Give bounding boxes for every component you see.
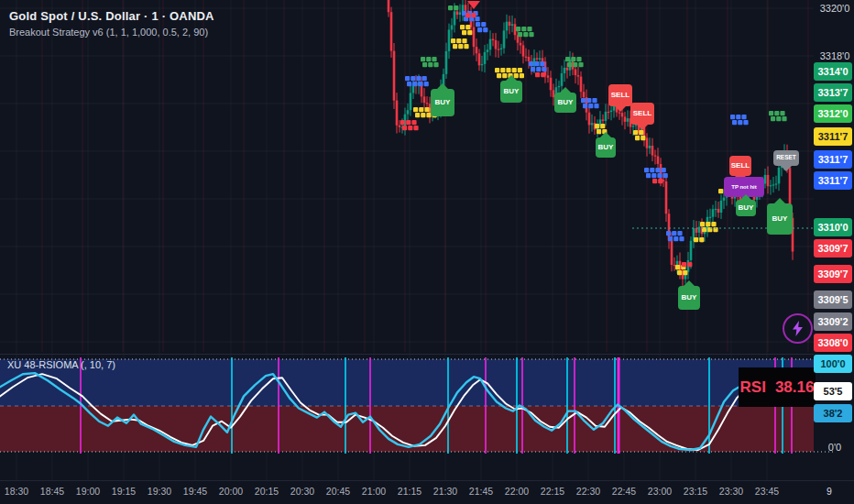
rsi-value-label: RSI [740, 378, 766, 397]
signal-marker-square [428, 62, 432, 67]
signal-marker-square [706, 222, 710, 226]
label-notch [600, 132, 611, 137]
lightning-button[interactable] [783, 313, 813, 344]
signal-marker-square [477, 27, 482, 32]
signal-marker-square [668, 236, 673, 241]
signal-marker-square [541, 72, 545, 77]
signal-marker-square [465, 25, 470, 29]
signal-marker-square [586, 98, 591, 103]
signal-marker-square [588, 104, 593, 108]
signal-marker-square [411, 76, 415, 81]
signal-marker-square [769, 111, 773, 115]
signal-marker-square [406, 120, 411, 125]
signal-marker-square [471, 13, 476, 17]
signal-marker-square [540, 61, 544, 66]
signal-marker-square [640, 136, 645, 140]
signal-marker-square [451, 38, 455, 43]
signal-marker-square [516, 27, 520, 31]
signal-marker-square [529, 61, 533, 66]
buy-signal-label: BUY [500, 81, 522, 103]
signal-marker-square [418, 82, 422, 86]
signal-marker-square [666, 231, 671, 236]
signal-marker-square [419, 107, 423, 112]
chart-canvas[interactable] [0, 0, 854, 504]
signal-marker-square [531, 67, 535, 71]
signal-marker-square [694, 237, 698, 242]
panel-divider[interactable] [0, 354, 814, 355]
marker-strips [400, 5, 787, 275]
price-axis[interactable] [814, 0, 854, 480]
sell-signal-label: SELL [608, 84, 632, 106]
signal-marker-square [583, 104, 587, 108]
signal-marker-square [743, 120, 748, 125]
signal-marker-square [483, 27, 487, 32]
signal-marker-square [672, 231, 676, 236]
signal-marker-square [658, 179, 662, 183]
signal-marker-square [650, 168, 654, 172]
signal-marker-square [652, 179, 657, 183]
time-axis[interactable] [0, 480, 854, 504]
signal-marker-square [462, 38, 466, 43]
signal-marker-square [402, 126, 407, 130]
signal-marker-square [448, 5, 453, 10]
label-notch [740, 194, 751, 200]
signal-marker-square [646, 173, 651, 178]
signal-marker-square [736, 115, 740, 119]
signal-marker-square [776, 116, 781, 121]
signal-marker-square [424, 82, 429, 86]
signal-marker-square [683, 270, 687, 275]
signal-marker-square [718, 189, 723, 193]
signal-marker-square [518, 68, 522, 72]
signal-marker-square [424, 107, 429, 112]
signal-marker-square [534, 61, 539, 66]
signal-marker-square [682, 262, 686, 267]
legend-block: Gold Spot / U.S. Dollar · 1 · OANDA Brea… [9, 9, 214, 38]
rsi-indicator-title[interactable]: XU 48-RSIOMA (, 10, 7) [7, 359, 115, 370]
signal-marker-square [673, 236, 678, 241]
signal-marker-square [662, 168, 666, 172]
signal-marker-square [458, 44, 463, 49]
signal-marker-square [536, 67, 541, 71]
signal-marker-square [408, 126, 412, 130]
signal-marker-square [711, 222, 716, 226]
signal-marker-square [464, 44, 468, 49]
signal-marker-square [421, 57, 425, 61]
signal-marker-square [774, 111, 779, 115]
signal-marker-square [594, 104, 598, 108]
signal-marker-square [495, 68, 499, 72]
signal-marker-square [422, 62, 427, 67]
signal-marker-square [465, 13, 470, 17]
symbol-title[interactable]: Gold Spot / U.S. Dollar · 1 · OANDA [9, 9, 214, 23]
rsi-panel [0, 357, 834, 454]
signal-marker-square [567, 62, 572, 67]
signal-marker-square [412, 82, 417, 86]
chart-window: Gold Spot / U.S. Dollar · 1 · OANDA Brea… [0, 0, 854, 504]
buy-signal-label: BUY [554, 93, 576, 113]
strategy-title[interactable]: Breakout Strategy v6 (1, 1, 1,000, 0.5, … [9, 27, 214, 38]
signal-marker-square [600, 124, 605, 128]
buy-signal-label: BUY [678, 286, 700, 310]
signal-marker-square [576, 57, 581, 61]
signal-marker-square [527, 27, 531, 31]
signal-marker-square [657, 173, 662, 178]
sell-signal-label: SELL [729, 156, 751, 176]
signal-marker-square [453, 44, 457, 49]
signal-marker-square [456, 38, 461, 43]
buy-signal-label: BUY [767, 203, 793, 235]
signal-marker-square [454, 5, 458, 10]
signal-marker-square [422, 76, 427, 81]
signal-marker-square [512, 68, 517, 72]
reset-signal-label: RESET [773, 150, 799, 166]
signal-marker-square [565, 57, 570, 61]
signal-marker-square [644, 168, 649, 172]
signal-marker-square [741, 115, 746, 119]
signal-marker-square [433, 62, 438, 67]
signal-marker-square [651, 173, 656, 178]
label-notch [560, 87, 571, 93]
signal-marker-square [655, 168, 660, 172]
signal-marker-square [595, 124, 599, 128]
signal-marker-square [730, 115, 735, 119]
label-notch [781, 166, 792, 171]
signal-marker-square [578, 62, 583, 67]
signal-marker-square [413, 126, 418, 130]
